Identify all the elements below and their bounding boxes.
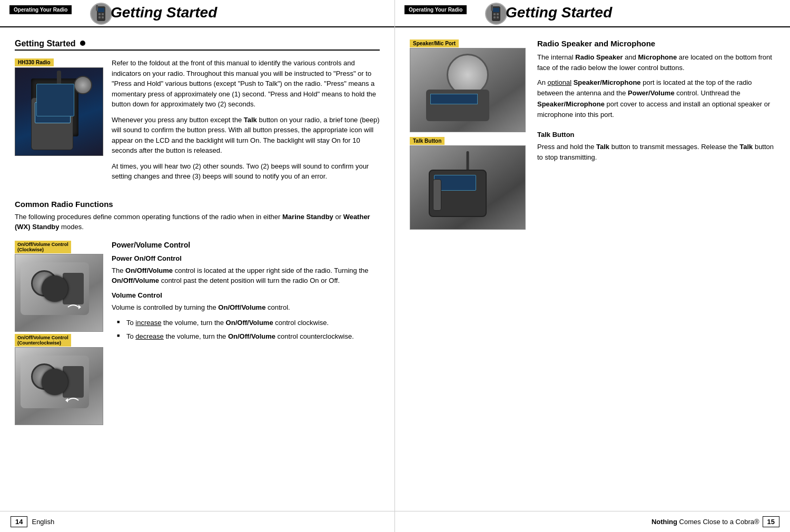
right-page: Operating Your Radio Getting Started	[395, 0, 790, 532]
pv-sub-title-2: Volume Control	[112, 291, 380, 299]
speaker-mic-para1: The internal Radio Speaker and Microphon…	[537, 52, 775, 73]
common-functions-title: Common Radio Functions	[15, 200, 380, 209]
speaker-mic-para2: An optional Speaker/Microphone port is l…	[537, 77, 775, 120]
cw-body	[63, 273, 84, 304]
antenna-decoration	[57, 71, 61, 97]
bullet-decrease: To decrease the volume, turn the On/Off/…	[117, 331, 380, 342]
knob-decoration	[74, 76, 92, 94]
left-footer: 14 English	[0, 511, 394, 532]
radio-image-box: HH330 Radio	[15, 58, 103, 187]
right-page-number: 15	[763, 516, 779, 527]
power-volume-section: On/Off/Volume Control(Clockwise)	[15, 241, 380, 425]
getting-started-section: HH330 Radio Refer to the foldout at the …	[15, 58, 380, 187]
right-header: Operating Your Radio Getting Started	[395, 0, 790, 27]
svg-rect-15	[493, 16, 496, 18]
gs-para1: Refer to the foldout at the front of thi…	[112, 58, 380, 110]
nothing-bold: Nothing	[651, 518, 677, 526]
ccw-image	[15, 347, 103, 425]
talk-antenna	[467, 151, 469, 172]
decrease-underline: decrease	[135, 332, 163, 340]
section-dot	[80, 41, 85, 46]
pv-para2: Volume is controlled by turning the On/O…	[112, 302, 380, 313]
svg-rect-13	[493, 13, 496, 15]
speaker-mic-label: Speaker/Mic Port	[410, 40, 459, 47]
pv-images: On/Off/Volume Control(Clockwise)	[15, 241, 103, 425]
right-header-tag: Operating Your Radio	[404, 5, 467, 14]
common-functions-section: Common Radio Functions The following pro…	[15, 200, 380, 425]
cw-arrow	[65, 302, 81, 312]
cw-image	[15, 254, 103, 332]
left-content: Getting Started HH330 Radio Refer to the…	[0, 27, 394, 436]
speaker-mic-section-title: Radio Speaker and Microphone	[537, 39, 775, 48]
pv-bullet-list: To increase the volume, turn the On/Off/…	[112, 318, 380, 341]
talk-button-section: Talk Button Press and hold the Talk butt…	[537, 131, 775, 163]
left-page-number: 14	[11, 516, 27, 527]
right-text-column: Radio Speaker and Microphone The interna…	[537, 39, 775, 230]
talk-button-image	[410, 145, 526, 230]
ccw-label: On/Off/Volume Control(Counterclockwise)	[15, 334, 71, 347]
pv-content: Power/Volume Control Power On/Off Contro…	[112, 241, 380, 425]
talk-button-label: Talk Button	[410, 137, 445, 145]
gs-para3: At times, you will hear two (2) other so…	[112, 161, 380, 182]
svg-rect-5	[98, 16, 101, 18]
svg-rect-16	[497, 16, 499, 18]
left-header-icon	[90, 2, 113, 25]
svg-marker-8	[78, 305, 81, 309]
left-header-title: Getting Started	[111, 4, 217, 21]
mic-port-body	[426, 90, 489, 121]
ccw-arrow	[65, 395, 81, 406]
optional-underline: optional	[548, 78, 572, 86]
talk-side-button	[433, 179, 441, 211]
svg-rect-3	[98, 13, 101, 15]
mic-screen	[430, 94, 478, 104]
bullet-increase: To increase the volume, turn the On/Off/…	[117, 318, 380, 328]
right-footer-content: Nothing Comes Close to a Cobra® 15	[651, 516, 779, 527]
common-intro: The following procedures define common o…	[15, 212, 380, 232]
right-footer: Nothing Comes Close to a Cobra® 15	[395, 511, 790, 532]
ccw-knob	[31, 363, 57, 390]
cw-image-box: On/Off/Volume Control(Clockwise)	[15, 241, 103, 332]
talk-body	[429, 170, 487, 217]
svg-rect-17	[491, 5, 493, 11]
brand-suffix: Comes Close to a Cobra®	[677, 518, 759, 526]
svg-rect-4	[102, 13, 104, 15]
left-header-tag: Operating Your Radio	[9, 5, 72, 14]
cw-label: On/Off/Volume Control(Clockwise)	[15, 241, 71, 253]
right-images-column: Speaker/Mic Port Talk Button	[410, 39, 526, 230]
right-header-title: Getting Started	[506, 4, 612, 21]
svg-rect-12	[493, 8, 499, 12]
pv-main-title: Power/Volume Control	[112, 241, 380, 249]
gs-para2: Whenever you press any button except the…	[112, 115, 380, 156]
ccw-img-body	[21, 356, 89, 408]
speaker-mic-image	[410, 48, 526, 132]
svg-rect-14	[497, 13, 499, 15]
ccw-image-box: On/Off/Volume Control(Counterclockwise)	[15, 334, 103, 425]
left-header: Operating Your Radio Getting Started	[0, 0, 394, 27]
left-page: Operating Your Radio Getting Started Get…	[0, 0, 395, 532]
radio-body-decoration	[31, 97, 73, 150]
speaker-mic-section: Radio Speaker and Microphone The interna…	[537, 39, 775, 120]
pv-para1: The On/Off/Volume control is located at …	[112, 265, 380, 286]
right-main-layout: Speaker/Mic Port Talk Button	[410, 39, 775, 230]
talk-button-para: Press and hold the Talk button to transm…	[537, 142, 775, 163]
getting-started-text: Refer to the foldout at the front of thi…	[112, 58, 380, 187]
increase-underline: increase	[135, 319, 161, 327]
right-content: Speaker/Mic Port Talk Button	[395, 27, 790, 240]
svg-rect-6	[102, 16, 104, 18]
hh330-label: HH330 Radio	[15, 58, 54, 66]
pv-sub-title-1: Power On/Off Control	[112, 254, 380, 262]
left-lang: English	[32, 518, 54, 526]
svg-marker-9	[65, 398, 68, 402]
talk-button-section-title: Talk Button	[537, 131, 775, 139]
hh330-image	[15, 67, 103, 156]
speaker-mic-box: Speaker/Mic Port	[410, 39, 526, 132]
svg-rect-2	[98, 8, 104, 12]
left-footer-content: 14 English	[0, 516, 54, 527]
getting-started-title: Getting Started	[15, 39, 380, 51]
cw-knob	[31, 270, 57, 297]
cw-img-body	[21, 262, 89, 315]
radio-screen-decoration	[35, 102, 71, 123]
talk-button-box: Talk Button	[410, 136, 526, 230]
brand-text: Nothing Comes Close to a Cobra®	[651, 518, 759, 526]
svg-rect-7	[96, 5, 98, 11]
